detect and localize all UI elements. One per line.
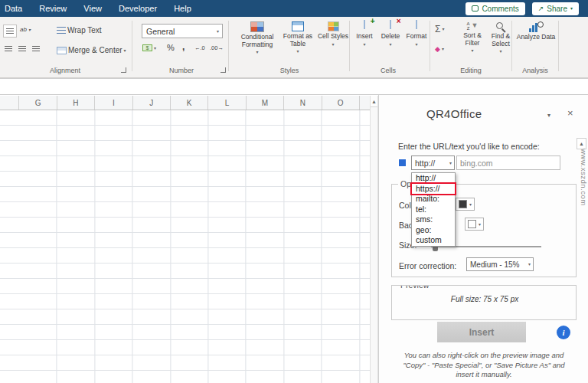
decrease-indent-button[interactable] (18, 46, 26, 52)
delete-cells-button[interactable]: × Delete ▾ (378, 21, 403, 66)
dropdown-option-http[interactable]: http:// (412, 173, 455, 184)
dropdown-option-geo[interactable]: geo: (412, 225, 455, 236)
protocol-select[interactable]: http:// ▾ (411, 155, 455, 170)
plus-icon: + (371, 18, 375, 25)
formula-bar[interactable] (0, 78, 588, 95)
insert-cells-icon (364, 20, 365, 29)
tab-data[interactable]: Data (0, 0, 31, 17)
ribbon-tabs: Data Review View Developer Help (0, 0, 200, 17)
column-header[interactable]: H (57, 96, 95, 110)
number-dialog-launcher[interactable] (220, 67, 226, 73)
sigma-icon: Σ (435, 24, 440, 34)
error-correction-select[interactable]: Medium - 15% ▾ (466, 257, 534, 271)
tab-help[interactable]: Help (165, 0, 200, 17)
chevron-down-icon: ▾ (363, 42, 365, 47)
chevron-down-icon: ▾ (217, 29, 219, 34)
group-label-cells: Cells (349, 67, 427, 74)
column-header[interactable]: M (247, 96, 284, 110)
az-sort-icon: AZ (467, 21, 470, 31)
align-left-button[interactable] (5, 46, 12, 52)
percent-style-button[interactable]: % (167, 43, 175, 52)
conditional-formatting-label: Conditional Formatting (236, 34, 279, 48)
accounting-format-button[interactable]: $ ▾ (142, 44, 156, 51)
number-format-value: General (146, 27, 175, 36)
increase-indent-button[interactable] (32, 46, 40, 52)
sheet-vertical-scrollbar[interactable]: ▲ (370, 96, 378, 383)
align-middle-icon (6, 28, 14, 34)
format-as-table-button[interactable]: Format as Table ▾ (279, 21, 317, 66)
column-header[interactable]: G (19, 96, 57, 110)
number-format-select[interactable]: General ▾ (142, 24, 223, 38)
autosum-button[interactable]: Σ ▾ (435, 24, 444, 34)
comments-label: Comments (482, 5, 518, 13)
insert-cells-label: Insert (356, 33, 372, 41)
column-header[interactable]: K (171, 96, 208, 110)
sort-filter-button[interactable]: AZ ▼ Sort & Filter ▾ (458, 21, 487, 66)
column-header[interactable]: J (133, 96, 171, 110)
clear-button[interactable]: ◆ ▾ (435, 45, 444, 53)
delete-cells-icon (390, 20, 391, 29)
currency-icon: $ (142, 44, 152, 51)
chevron-down-icon: ▾ (389, 42, 391, 47)
dropdown-option-https[interactable]: https:// (412, 184, 455, 195)
chevron-down-icon: ▾ (528, 262, 531, 267)
url-input[interactable] (456, 155, 560, 170)
chevron-down-icon: ▾ (499, 49, 501, 54)
dropdown-option-custom[interactable]: custom (412, 235, 455, 246)
color-picker-button[interactable]: ▾ (456, 198, 475, 211)
orientation-button[interactable]: ab▾ (20, 26, 31, 33)
chevron-down-icon: ▾ (570, 6, 573, 11)
analyze-data-icon (528, 21, 544, 32)
conditional-formatting-button[interactable]: Conditional Formatting ▾ (236, 21, 279, 66)
merge-center-button[interactable]: Merge & Center ▾ (57, 46, 126, 54)
align-middle-button[interactable] (3, 25, 17, 38)
format-cells-button[interactable]: Format ▾ (403, 21, 430, 66)
chevron-down-icon: ▾ (442, 47, 444, 51)
comma-style-button[interactable]: , (182, 41, 185, 52)
find-select-button[interactable]: Find & Select ▾ (487, 21, 514, 66)
cell-styles-label: Cell Styles (318, 33, 348, 41)
column-header[interactable]: L (208, 96, 246, 110)
percent-icon: % (167, 43, 175, 52)
dropdown-option-tel[interactable]: tel: (412, 205, 455, 215)
analyze-data-button[interactable]: Analyze Data (516, 21, 556, 66)
column-header-partial[interactable] (360, 96, 370, 110)
info-icon[interactable]: i (557, 326, 570, 339)
decrease-indent-icon (18, 46, 26, 52)
background-picker-button[interactable]: ▾ (465, 218, 484, 231)
decrease-decimal-button[interactable]: .00→ (210, 44, 224, 51)
comma-icon: , (182, 41, 185, 52)
group-separator (228, 21, 229, 71)
wrap-text-button[interactable]: Wrap Text (57, 26, 102, 34)
insert-cells-button[interactable]: + Insert ▾ (352, 21, 377, 66)
pane-scroll-up-icon[interactable]: ▲ (577, 138, 586, 149)
analyze-data-label: Analyze Data (517, 34, 556, 41)
group-separator (349, 21, 350, 71)
share-icon: ↗ (538, 5, 544, 12)
scroll-up-arrow-icon[interactable]: ▲ (371, 96, 377, 107)
tab-view[interactable]: View (75, 0, 110, 17)
dropdown-option-sms[interactable]: sms: (412, 214, 455, 225)
alignment-dialog-launcher[interactable] (121, 67, 126, 73)
pane-help-text: You can also right-click on the preview … (395, 351, 573, 380)
insert-qr-button[interactable]: Insert (437, 322, 526, 342)
tab-developer[interactable]: Developer (110, 0, 165, 17)
column-header[interactable]: O (322, 96, 360, 110)
increase-decimal-button[interactable]: ←.0 (194, 44, 205, 51)
pane-menu-chevron-icon[interactable]: ▾ (547, 112, 550, 119)
pane-close-icon[interactable]: × (567, 107, 573, 119)
share-button[interactable]: ↗ Share ▾ (532, 2, 579, 15)
conditional-formatting-icon (250, 21, 264, 32)
cell-styles-button[interactable]: Cell Styles ▾ (317, 21, 349, 66)
eraser-icon: ◆ (435, 45, 440, 53)
x-icon: × (397, 18, 401, 25)
chevron-down-icon: ▾ (471, 48, 473, 53)
column-header-partial[interactable] (0, 96, 19, 110)
spreadsheet-cells[interactable] (0, 110, 370, 383)
tab-review[interactable]: Review (31, 0, 75, 17)
comments-button[interactable]: Comments (466, 2, 524, 15)
column-header[interactable]: I (95, 96, 132, 110)
increase-indent-icon (32, 46, 40, 52)
column-header[interactable]: N (284, 96, 322, 110)
dropdown-option-mailto[interactable]: mailto: (412, 194, 455, 205)
